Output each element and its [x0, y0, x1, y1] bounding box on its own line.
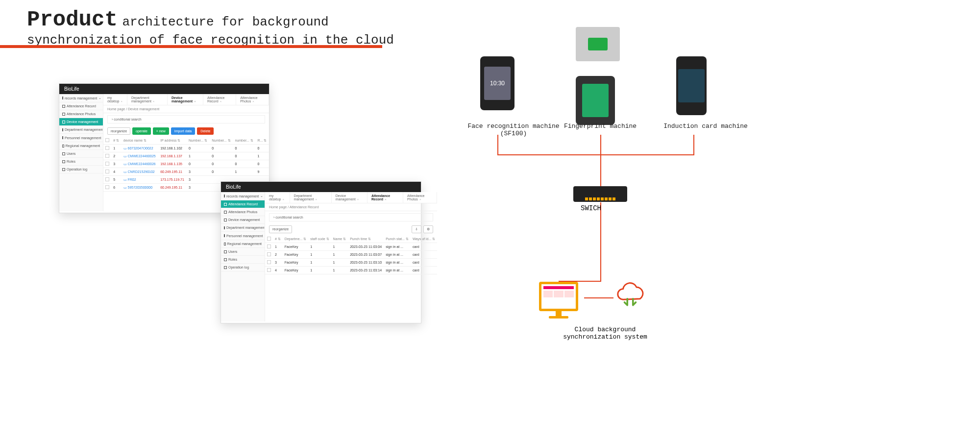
- device-name-link[interactable]: ▭ CNRD215290102: [123, 170, 155, 173]
- tab[interactable]: Device management×: [168, 94, 203, 105]
- table-row[interactable]: 3▭ CMWE224460026192.168.1.1350000: [103, 160, 269, 168]
- sidebar-item[interactable]: Attendance Record: [59, 102, 103, 110]
- sidebar-item[interactable]: Department management: [221, 224, 265, 232]
- tab[interactable]: Attendance Record×: [203, 94, 236, 105]
- device-name-link[interactable]: ▭ FR02: [123, 178, 136, 181]
- new-button[interactable]: + new: [153, 127, 169, 135]
- column-header[interactable]: Name ⇅: [331, 235, 348, 243]
- export-button[interactable]: ⇩: [412, 225, 421, 233]
- orange-divider: [0, 45, 382, 48]
- device-name-link[interactable]: ▭ 60732047O0022: [123, 147, 153, 150]
- sidebar-item[interactable]: Roles: [59, 158, 103, 166]
- column-header[interactable]: R... ⇅: [256, 137, 269, 145]
- sidebar-item[interactable]: records management⌄: [221, 192, 265, 200]
- operate-button[interactable]: operate: [132, 127, 151, 135]
- column-header[interactable]: # ⇅: [273, 235, 283, 243]
- column-header[interactable]: # ⇅: [111, 137, 121, 145]
- close-icon[interactable]: ×: [283, 198, 285, 201]
- sidebar-item[interactable]: Device management: [221, 216, 265, 224]
- delete-button[interactable]: Delete: [197, 127, 214, 135]
- tab[interactable]: my desktop×: [265, 192, 290, 203]
- sidebar-item[interactable]: Users: [221, 248, 265, 256]
- sidebar: records management⌄Attendance RecordAtte…: [221, 192, 265, 321]
- sidebar-item[interactable]: Regional management: [59, 142, 103, 150]
- column-header[interactable]: Ways of id... ⇅: [411, 235, 437, 243]
- tab[interactable]: Attendance Record×: [368, 192, 403, 203]
- attendance-table: # ⇅Departme... ⇅staff code ⇅Name ⇅Punch …: [265, 235, 437, 274]
- checkbox[interactable]: [267, 245, 271, 248]
- column-header[interactable]: Punch time ⇅: [348, 235, 384, 243]
- app-window-attendance-record: BioLife records management⌄Attendance Re…: [220, 181, 421, 323]
- checkbox[interactable]: [267, 237, 271, 241]
- column-header[interactable]: device name ⇅: [122, 137, 159, 145]
- sidebar-item[interactable]: Personnel management⌄: [221, 232, 265, 240]
- tab[interactable]: Attendance Photos×: [403, 192, 437, 203]
- table-row[interactable]: 4▭ CNRD21529010260.249.195.113019: [103, 168, 269, 176]
- column-header[interactable]: Number... ⇅: [187, 137, 210, 145]
- close-icon[interactable]: ×: [220, 100, 222, 103]
- close-icon[interactable]: ×: [315, 198, 317, 201]
- table-row[interactable]: 2FaceKey112023-03-23 11:03:07sign in at …: [265, 251, 437, 259]
- sidebar-item[interactable]: Roles: [221, 256, 265, 264]
- column-header[interactable]: staff code ⇅: [308, 235, 331, 243]
- conditional-search-toggle[interactable]: › conditional search: [107, 115, 265, 123]
- checkbox[interactable]: [267, 252, 271, 256]
- checkbox[interactable]: [105, 170, 109, 173]
- checkbox[interactable]: [105, 185, 109, 189]
- column-header[interactable]: IP address ⇅: [158, 137, 187, 145]
- menu-icon: [224, 250, 227, 253]
- checkbox[interactable]: [267, 268, 271, 272]
- table-row[interactable]: 1FaceKey112023-03-23 11:03:04sign in at …: [265, 243, 437, 251]
- close-icon[interactable]: ×: [385, 198, 387, 201]
- app-brand: BioLife: [59, 84, 269, 94]
- column-header[interactable]: number... ⇅: [233, 137, 255, 145]
- face-recognition-device: 10:30: [480, 56, 514, 114]
- menu-icon: [224, 195, 225, 197]
- checkbox[interactable]: [105, 146, 109, 150]
- device-name-link[interactable]: ▭ CMWE224460025: [123, 154, 156, 158]
- card-device-label: Induction card machine: [657, 122, 755, 130]
- settings-button[interactable]: ⚙: [423, 225, 433, 233]
- table-row[interactable]: 3FaceKey112023-03-23 11:03:10sign in at …: [265, 259, 437, 267]
- tab[interactable]: Device management×: [332, 192, 368, 203]
- sidebar-item[interactable]: Device management: [59, 118, 103, 126]
- sidebar-item[interactable]: Regional management: [221, 240, 265, 248]
- tab[interactable]: Attendance Photos×: [236, 94, 269, 105]
- checkbox[interactable]: [105, 138, 109, 142]
- sidebar-item[interactable]: Personnel management⌄: [59, 134, 103, 142]
- close-icon[interactable]: ×: [357, 198, 359, 201]
- checkbox[interactable]: [105, 162, 109, 166]
- checkbox[interactable]: [267, 260, 271, 264]
- tab[interactable]: Department management×: [290, 192, 332, 203]
- close-icon[interactable]: ×: [153, 100, 155, 103]
- tab[interactable]: Department management×: [127, 94, 168, 105]
- sidebar-item[interactable]: Operation log: [221, 264, 265, 271]
- close-icon[interactable]: ×: [252, 100, 254, 103]
- reorganize-button[interactable]: reorganize: [107, 127, 130, 135]
- sidebar-item[interactable]: Attendance Photos: [221, 208, 265, 216]
- column-header[interactable]: Punch stat... ⇅: [384, 235, 411, 243]
- sidebar-item[interactable]: Attendance Record: [221, 200, 265, 208]
- table-row[interactable]: 1▭ 60732047O0022192.168.1.1020000: [103, 145, 269, 152]
- device-name-link[interactable]: ▭ 5957203500000: [123, 186, 153, 189]
- menu-icon: [224, 234, 225, 237]
- reorganize-button[interactable]: reorganize: [269, 225, 292, 233]
- close-icon[interactable]: ×: [121, 100, 123, 103]
- checkbox[interactable]: [105, 154, 109, 158]
- sidebar-item[interactable]: Operation log: [59, 166, 103, 173]
- import-button[interactable]: Import data: [171, 127, 195, 135]
- sidebar-item[interactable]: Department management: [59, 126, 103, 134]
- tab[interactable]: my desktop×: [103, 94, 127, 105]
- sidebar-item[interactable]: records management⌄: [59, 94, 103, 102]
- sidebar-item[interactable]: Users: [59, 150, 103, 158]
- checkbox[interactable]: [105, 177, 109, 181]
- column-header[interactable]: Number... ⇅: [210, 137, 233, 145]
- table-row[interactable]: 4FaceKey112023-03-23 11:03:14sign in at …: [265, 267, 437, 274]
- conditional-search-toggle[interactable]: › conditional search: [269, 213, 433, 221]
- table-row[interactable]: 2▭ CMWE224460025192.168.1.1371001: [103, 152, 269, 160]
- sidebar-item[interactable]: Attendance Photos: [59, 110, 103, 118]
- device-name-link[interactable]: ▭ CMWE224460026: [123, 162, 156, 166]
- column-header[interactable]: Departme... ⇅: [283, 235, 309, 243]
- close-icon[interactable]: ×: [419, 198, 421, 201]
- close-icon[interactable]: ×: [194, 100, 196, 103]
